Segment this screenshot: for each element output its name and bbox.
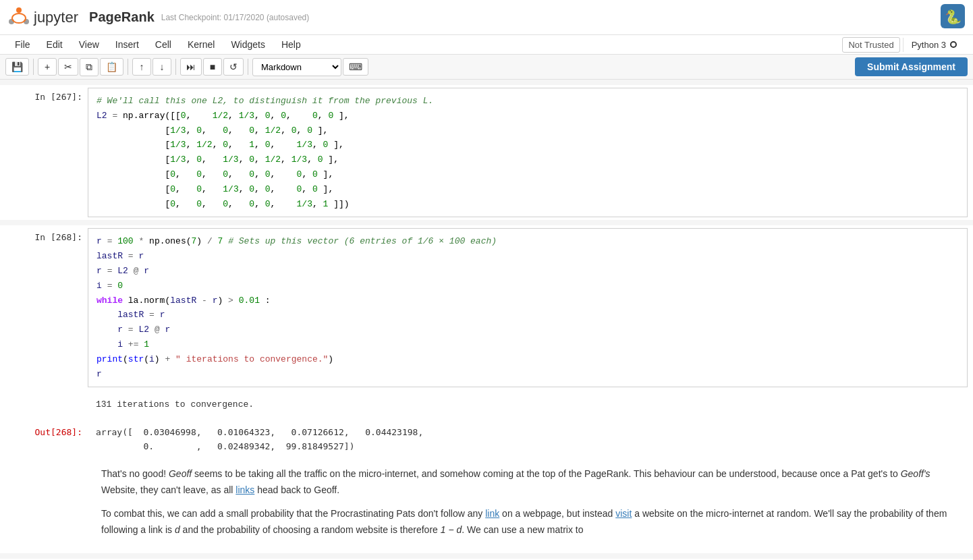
cell-267-label: In [267]: xyxy=(0,85,88,220)
visit-link[interactable]: visit xyxy=(615,508,632,519)
menu-insert[interactable]: Insert xyxy=(109,36,146,53)
python-logo-icon: 🐍 xyxy=(941,4,965,28)
out-268-container: Out[268]: array([ 0.03046998, 0.01064323… xyxy=(0,420,973,459)
out-268-label: Out[268]: xyxy=(0,420,88,459)
menubar: File Edit View Insert Cell Kernel Widget… xyxy=(0,35,973,55)
text-paragraph-1: That's no good! Geoff seems to be taking… xyxy=(101,466,960,499)
cell-gap xyxy=(0,80,973,85)
not-trusted-badge[interactable]: Not Trusted xyxy=(842,37,899,53)
text-paragraph-2: To combat this, we can add a small proba… xyxy=(101,506,960,538)
menu-help[interactable]: Help xyxy=(275,36,308,53)
cell-268-container: In [268]: r = 100 * np.ones(7) / 7 # Set… xyxy=(0,225,973,390)
restart-button[interactable]: ↺ xyxy=(223,58,244,76)
kernel-info: Python 3 xyxy=(903,38,965,52)
submit-assignment-button[interactable]: Submit Assignment xyxy=(855,57,968,76)
link-link[interactable]: link xyxy=(485,508,499,519)
kernel-name: Python 3 xyxy=(912,40,946,50)
one-minus-d: 1 − d xyxy=(441,524,462,535)
toolbar: 💾 + ✂ ⧉ 📋 ↑ ↓ ⏭ ■ ↺ Markdown Code Raw NB… xyxy=(0,55,973,80)
menu-file[interactable]: File xyxy=(8,36,37,53)
convergence-output: 131 iterations to convergence. xyxy=(96,395,960,415)
d-var: d xyxy=(175,524,180,535)
output-text-margin xyxy=(0,390,88,420)
keyboard-shortcuts-button[interactable]: ⌨ xyxy=(343,58,368,76)
svg-point-3 xyxy=(12,13,26,23)
move-down-button[interactable]: ↓ xyxy=(152,58,171,76)
separator-1 xyxy=(33,59,34,75)
array-output: array([ 0.03046998, 0.01064323, 0.071266… xyxy=(96,426,960,454)
separator-2 xyxy=(128,59,128,75)
jupyter-logo: jupyter xyxy=(8,7,78,28)
menu-widgets[interactable]: Widgets xyxy=(224,36,272,53)
menu-cell[interactable]: Cell xyxy=(148,36,178,53)
geoff-website-emphasis: Geoff's xyxy=(901,468,930,479)
links-link[interactable]: links xyxy=(235,484,254,495)
geoff-emphasis-1: Geoff xyxy=(169,468,192,479)
paste-cell-button[interactable]: 📋 xyxy=(100,58,123,76)
checkpoint-info: Last Checkpoint: 01/17/2020 (autosaved) xyxy=(161,13,309,22)
cell-268-code[interactable]: r = 100 * np.ones(7) / 7 # Sets up this … xyxy=(88,228,968,387)
jupyter-icon xyxy=(8,7,30,28)
menu-edit[interactable]: Edit xyxy=(40,36,70,53)
menu-kernel[interactable]: Kernel xyxy=(181,36,221,53)
interrupt-button[interactable]: ■ xyxy=(203,58,222,76)
jupyter-wordmark: jupyter xyxy=(34,9,78,26)
output-convergence-text: 131 iterations to convergence. xyxy=(88,393,968,418)
cell-268-label: In [268]: xyxy=(0,225,88,390)
cut-cell-button[interactable]: ✂ xyxy=(58,58,78,76)
cell-267-container: In [267]: # We'll call this one L2, to d… xyxy=(0,85,973,220)
separator-3 xyxy=(175,59,176,75)
notebook-main: In [267]: # We'll call this one L2, to d… xyxy=(0,80,973,559)
notebook-title: PageRank xyxy=(89,9,155,25)
svg-point-0 xyxy=(16,7,22,13)
cell-type-select[interactable]: Markdown Code Raw NBConvert Heading xyxy=(252,58,341,76)
save-button[interactable]: 💾 xyxy=(5,58,29,76)
out-268-value: array([ 0.03046998, 0.01064323, 0.071266… xyxy=(88,423,968,457)
svg-text:🐍: 🐍 xyxy=(945,9,962,25)
separator-4 xyxy=(248,59,248,75)
move-up-button[interactable]: ↑ xyxy=(132,58,151,76)
cell-gap-2 xyxy=(0,220,973,225)
add-cell-button[interactable]: + xyxy=(38,58,57,76)
header: jupyter PageRank Last Checkpoint: 01/17/… xyxy=(0,0,973,35)
cell-267-code[interactable]: # We'll call this one L2, to distinguish… xyxy=(88,88,968,217)
copy-cell-button[interactable]: ⧉ xyxy=(80,58,99,76)
run-next-button[interactable]: ⏭ xyxy=(180,58,202,76)
text-block-1: That's no good! Geoff seems to be taking… xyxy=(0,459,973,553)
kernel-status-circle xyxy=(950,41,957,48)
menu-view[interactable]: View xyxy=(72,36,106,53)
output-text-container: 131 iterations to convergence. xyxy=(0,390,973,420)
